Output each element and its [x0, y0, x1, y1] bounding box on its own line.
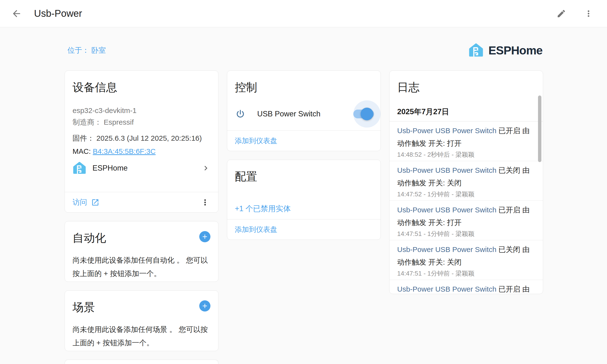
config-title: 配置 [235, 169, 373, 184]
logbook-card: 日志 2025年7月27日 Usb-Power USB Power Switch… [389, 70, 543, 294]
edit-device-button[interactable] [554, 6, 569, 21]
pencil-icon [556, 9, 566, 18]
automations-card: 自动化 尚未使用此设备添加任何自动化 。 您可以按上面的 + 按钮添加一个。 [65, 221, 219, 282]
power-icon [235, 109, 246, 119]
next-card-partial [65, 360, 219, 364]
config-card: 配置 +1 个已禁用实体 添加到仪表盘 [227, 160, 381, 240]
power-toggle[interactable] [346, 100, 373, 128]
integration-row-esphome[interactable]: ESPHome [73, 161, 210, 175]
logbook-entity-link[interactable]: Usb-Power USB Power Switch [397, 127, 496, 135]
logbook-entity-link[interactable]: Usb-Power USB Power Switch [397, 166, 496, 174]
logbook-list: Usb-Power USB Power Switch 已开启 由动作触发 开关:… [389, 121, 543, 294]
automations-title: 自动化 [73, 231, 106, 246]
scenes-card: 场景 尚未使用此设备添加任何场景 。 您可以按上面的 + 按钮添加一个。 [65, 290, 219, 351]
chevron-right-icon [201, 164, 210, 173]
logbook-title: 日志 [397, 80, 535, 95]
dots-vertical-icon [584, 9, 594, 18]
esphome-integration-icon [73, 161, 86, 175]
scenes-empty-text: 尚未使用此设备添加任何场景 。 您可以按上面的 + 按钮添加一个。 [73, 323, 210, 350]
logbook-entry: Usb-Power USB Power Switch 已开启 由动作触发 开关:… [389, 200, 543, 240]
logbook-entry: Usb-Power USB Power Switch 已关闭 由动作触发 开关:… [389, 161, 543, 200]
device-menu-button[interactable] [199, 196, 211, 209]
logbook-entity-link[interactable]: Usb-Power USB Power Switch [397, 285, 496, 293]
entity-row-usb-power-switch: USB Power Switch [235, 100, 373, 128]
logbook-entry-meta: 14:47:52 - 1分钟前 - 梁颖颖 [397, 190, 533, 198]
logbook-entry-meta: 14:48:52 - 2秒钟后 - 梁颖颖 [397, 151, 533, 158]
page-title: Usb-Power [34, 8, 554, 19]
scenes-title: 场景 [73, 300, 95, 315]
dots-vertical-icon [200, 198, 210, 207]
logbook-entry: Usb-Power USB Power Switch 已开启 由动作触发 开关:… [389, 121, 543, 161]
mac-address-link[interactable]: B4:3A:45:5B:6F:3C [93, 147, 156, 155]
app-header: Usb-Power [0, 0, 607, 27]
add-automation-button[interactable] [199, 231, 210, 242]
logbook-entity-link[interactable]: Usb-Power USB Power Switch [397, 246, 496, 253]
entity-name: USB Power Switch [257, 110, 346, 118]
brand-name: ESPHome [488, 44, 542, 57]
plus-icon [201, 233, 208, 240]
logbook-entity-link[interactable]: Usb-Power USB Power Switch [397, 206, 496, 214]
controls-card: 控制 USB Power Switch 添加到仪表盘 [227, 70, 381, 151]
device-model: esp32-c3-devkitm-1 [73, 105, 210, 117]
add-to-dashboard-link[interactable]: 添加到仪表盘 [235, 225, 277, 234]
visit-link[interactable]: 访问 [73, 197, 99, 207]
disabled-entities-link[interactable]: +1 个已禁用实体 [235, 204, 291, 214]
logbook-entry: Usb-Power USB Power Switch 已开启 由动作触发 开关:… [389, 280, 543, 294]
device-info-title: 设备信息 [73, 80, 210, 95]
logbook-entry: Usb-Power USB Power Switch 已关闭 由动作触发 开关:… [389, 240, 543, 280]
add-to-dashboard-link[interactable]: 添加到仪表盘 [235, 136, 277, 146]
arrow-left-icon [11, 8, 22, 19]
device-mac: MAC: B4:3A:45:5B:6F:3C [73, 147, 210, 156]
plus-icon [201, 302, 208, 310]
controls-title: 控制 [235, 80, 373, 95]
breadcrumb: 位于： 卧室 [65, 45, 106, 55]
device-info-card: 设备信息 esp32-c3-devkitm-1 制造商： Espressif 固… [65, 70, 219, 213]
logbook-scrollbar[interactable] [538, 95, 541, 162]
logbook-entry-meta: 14:47:51 - 1分钟前 - 梁颖颖 [397, 270, 533, 277]
add-scene-button[interactable] [199, 300, 210, 312]
esphome-logo-icon [468, 43, 484, 58]
integration-name: ESPHome [92, 164, 195, 172]
device-firmware: 固件： 2025.6.3 (Jul 12 2025, 20:25:16) [73, 133, 210, 143]
open-in-new-icon [91, 198, 99, 207]
overflow-menu-button[interactable] [581, 6, 596, 21]
automations-empty-text: 尚未使用此设备添加任何自动化 。 您可以按上面的 + 按钮添加一个。 [73, 253, 210, 280]
device-manufacturer: 制造商： Espressif [73, 117, 210, 128]
logbook-date: 2025年7月27日 [397, 107, 535, 117]
breadcrumb-area-link[interactable]: 卧室 [91, 46, 106, 54]
back-button[interactable] [9, 6, 24, 21]
esphome-brand: ESPHome [468, 43, 542, 58]
logbook-entry-meta: 14:47:51 - 1分钟前 - 梁颖颖 [397, 230, 533, 238]
toggle-thumb [361, 108, 373, 120]
breadcrumb-label: 位于： [67, 46, 90, 54]
